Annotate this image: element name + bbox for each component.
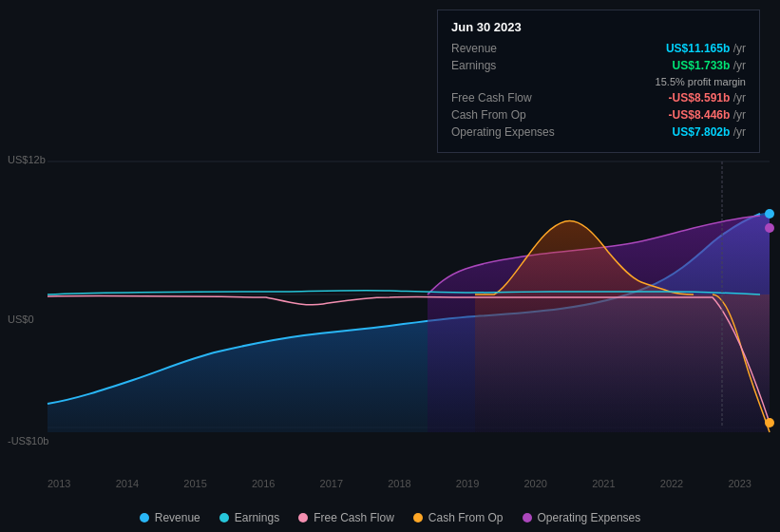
x-label-2016: 2016: [252, 478, 275, 489]
x-label-2022: 2022: [660, 478, 683, 489]
legend-label-revenue: Revenue: [155, 511, 200, 524]
svg-point-4: [765, 209, 774, 218]
legend-label-fcf: Free Cash Flow: [314, 511, 394, 524]
legend-item-earnings[interactable]: Earnings: [219, 511, 279, 524]
legend-item-opex[interactable]: Operating Expenses: [523, 511, 641, 524]
x-label-2014: 2014: [116, 478, 139, 489]
tooltip-earnings-value: US$1.733b /yr: [673, 59, 746, 72]
tooltip-cfo-row: Cash From Op -US$8.446b /yr: [451, 108, 746, 122]
svg-point-5: [765, 223, 774, 233]
x-label-2018: 2018: [388, 478, 410, 489]
chart-legend: Revenue Earnings Free Cash Flow Cash Fro…: [0, 511, 780, 524]
legend-dot-cfo: [413, 513, 423, 522]
legend-item-fcf[interactable]: Free Cash Flow: [298, 511, 394, 524]
x-axis: 2013 2014 2015 2016 2017 2018 2019 2020 …: [0, 478, 780, 489]
x-label-2013: 2013: [48, 478, 70, 489]
x-label-2021: 2021: [592, 478, 615, 489]
tooltip-fcf-value: -US$8.591b /yr: [669, 91, 746, 104]
x-label-2017: 2017: [320, 478, 343, 489]
tooltip-fcf-label: Free Cash Flow: [451, 91, 532, 104]
tooltip-cfo-value: -US$8.446b /yr: [669, 108, 746, 122]
tooltip-earnings-row: Earnings US$1.733b /yr: [451, 59, 746, 72]
legend-item-cfo[interactable]: Cash From Op: [413, 511, 504, 524]
tooltip-date: Jun 30 2023: [451, 20, 746, 34]
legend-dot-opex: [523, 513, 532, 522]
tooltip-opex-label: Operating Expenses: [451, 125, 555, 139]
tooltip-opex-row: Operating Expenses US$7.802b /yr: [451, 125, 746, 139]
tooltip-revenue-value: US$11.165b /yr: [666, 42, 746, 55]
tooltip-fcf-row: Free Cash Flow -US$8.591b /yr: [451, 91, 746, 104]
x-label-2020: 2020: [523, 478, 546, 489]
data-tooltip: Jun 30 2023 Revenue US$11.165b /yr Earni…: [437, 10, 760, 153]
legend-label-opex: Operating Expenses: [538, 511, 641, 524]
legend-label-cfo: Cash From Op: [428, 511, 504, 524]
tooltip-revenue-row: Revenue US$11.165b /yr: [451, 42, 746, 55]
legend-dot-revenue: [140, 513, 149, 522]
tooltip-revenue-label: Revenue: [451, 42, 497, 55]
legend-item-revenue[interactable]: Revenue: [140, 511, 200, 524]
svg-point-6: [765, 418, 774, 428]
main-chart: [0, 147, 780, 442]
x-label-2019: 2019: [456, 478, 479, 489]
x-label-2015: 2015: [183, 478, 206, 489]
legend-dot-earnings: [219, 513, 229, 522]
tooltip-cfo-label: Cash From Op: [451, 108, 526, 122]
tooltip-earnings-label: Earnings: [451, 59, 496, 72]
legend-label-earnings: Earnings: [235, 511, 279, 524]
x-label-2023: 2023: [728, 478, 751, 489]
tooltip-profit-margin: 15.5% profit margin: [451, 76, 746, 87]
tooltip-opex-value: US$7.802b /yr: [673, 125, 746, 139]
legend-dot-fcf: [298, 513, 308, 522]
